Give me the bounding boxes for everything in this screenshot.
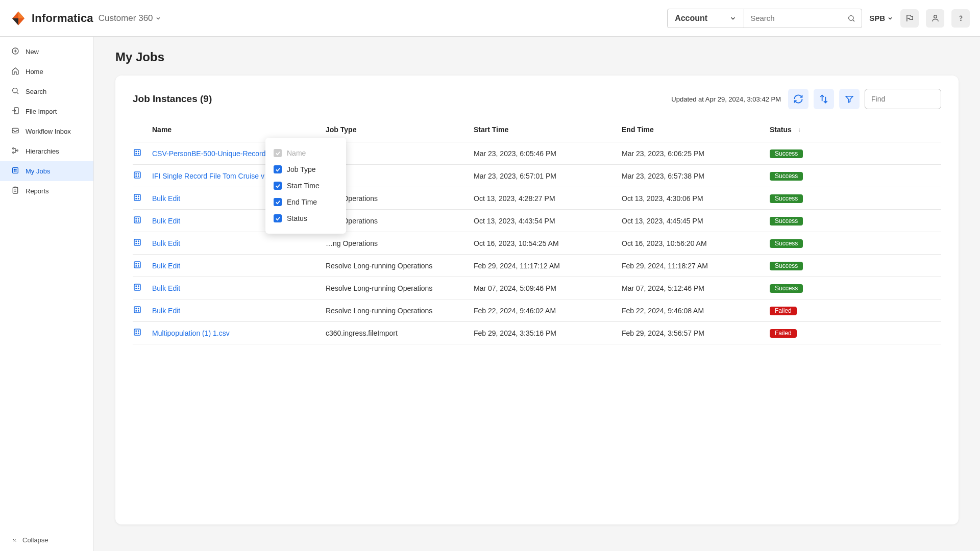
status-badge: Failed (770, 307, 797, 315)
svg-point-44 (136, 241, 137, 242)
checkbox-icon (274, 149, 282, 157)
svg-rect-43 (134, 239, 140, 245)
product-switcher[interactable]: Customer 360 (99, 13, 161, 23)
svg-point-7 (13, 88, 17, 93)
cell-status: Success (770, 261, 941, 270)
refresh-button[interactable] (788, 89, 808, 109)
status-badge: Success (770, 217, 803, 226)
cell-start: Mar 23, 2023, 6:05:46 PM (474, 149, 622, 158)
sidebar-item-workflow[interactable]: Workflow Inbox (0, 121, 93, 141)
cell-end: Feb 29, 2024, 11:18:27 AM (622, 262, 770, 270)
sidebar-item-reports[interactable]: Reports (0, 181, 93, 201)
job-link[interactable]: IFI Single Record File Tom Cruise v… (152, 172, 272, 180)
sidebar-item-new[interactable]: New (0, 42, 93, 62)
cell-status: Success (770, 239, 941, 248)
sidebar-item-home[interactable]: Home (0, 62, 93, 82)
flag-icon (905, 14, 914, 22)
card-tools: Updated at Apr 29, 2024, 3:03:42 PM (671, 89, 941, 109)
svg-point-25 (138, 151, 139, 152)
column-toggle-label: Name (287, 149, 306, 157)
table-row: Bulk Edit…ng OperationsOct 16, 2023, 10:… (133, 232, 941, 255)
column-toggle-end-time[interactable]: End Time (267, 194, 344, 210)
table-row: Bulk EditResolve Long-running Operations… (133, 277, 941, 299)
cell-job-type: Resolve Long-running Operations (326, 307, 474, 315)
svg-point-35 (138, 196, 139, 197)
status-badge: Success (770, 194, 803, 203)
sidebar-item-search[interactable]: Search (0, 82, 93, 102)
sort-button[interactable] (814, 89, 834, 109)
status-badge: Success (770, 239, 803, 248)
cell-end: Oct 13, 2023, 4:45:45 PM (622, 217, 770, 225)
sidebar-item-label: Reports (26, 187, 49, 195)
informatica-logo-icon (10, 10, 27, 27)
cell-end: Oct 13, 2023, 4:30:06 PM (622, 194, 770, 203)
svg-point-55 (138, 286, 139, 287)
search-scope-label: Account (675, 14, 707, 23)
help-button[interactable] (951, 9, 970, 28)
svg-point-41 (136, 221, 137, 222)
person-icon (931, 14, 940, 22)
svg-point-37 (138, 198, 139, 199)
cell-job-type: …port (326, 172, 474, 180)
status-badge: Success (770, 172, 803, 181)
cell-job-type: …ng Operations (326, 194, 474, 203)
job-link[interactable]: Bulk Edit (152, 284, 180, 292)
filter-button[interactable] (839, 89, 860, 109)
col-start-time[interactable]: Start Time (474, 126, 622, 134)
svg-point-30 (138, 173, 139, 174)
cell-end: Mar 23, 2023, 6:57:38 PM (622, 172, 770, 180)
svg-point-18 (16, 171, 16, 171)
sidebar-item-file-import[interactable]: File Import (0, 102, 93, 121)
search-scope-select[interactable]: Account (668, 9, 744, 28)
svg-point-3 (960, 20, 961, 20)
svg-point-0 (849, 15, 853, 20)
col-end-time[interactable]: End Time (622, 126, 770, 134)
svg-point-32 (138, 176, 139, 177)
header-right: Account SPB (667, 9, 970, 28)
cell-name: Multipopulation (1) 1.csv (152, 329, 326, 337)
job-instances-card: Job Instances (9) Updated at Apr 29, 202… (115, 76, 959, 524)
profile-button[interactable] (926, 9, 944, 28)
card-head: Job Instances (9) Updated at Apr 29, 202… (133, 89, 941, 109)
cell-start: Feb 22, 2024, 9:46:02 AM (474, 307, 622, 315)
collapse-sidebar[interactable]: Collapse (0, 529, 93, 551)
job-link[interactable]: Bulk Edit (152, 217, 180, 225)
job-link[interactable]: Bulk Edit (152, 307, 180, 315)
column-toggle-job-type[interactable]: Job Type (267, 161, 344, 178)
search-input[interactable] (750, 14, 847, 22)
svg-point-57 (138, 288, 139, 289)
column-toggle-start-time[interactable]: Start Time (267, 178, 344, 194)
job-link[interactable]: CSV-PersonBE-500-Unique-Record… (152, 149, 273, 158)
user-menu[interactable]: SPB (869, 14, 893, 22)
table-header-row: Name Job Type Start Time End Time Status… (133, 119, 941, 142)
cell-name: Bulk Edit (152, 284, 326, 292)
svg-point-12 (13, 152, 14, 154)
job-link[interactable]: Bulk Edit (152, 262, 180, 270)
svg-rect-33 (134, 194, 140, 201)
svg-rect-28 (134, 172, 140, 178)
help-icon (957, 14, 965, 22)
svg-rect-48 (134, 262, 140, 268)
brand-name: Informatica (32, 12, 93, 25)
find-input[interactable] (865, 89, 941, 109)
jobs-table: Name Job Type Start Time End Time Status… (133, 119, 941, 344)
job-link[interactable]: Multipopulation (1) 1.csv (152, 329, 230, 337)
sidebar-item-label: Hierarchies (26, 147, 59, 155)
job-link[interactable]: Bulk Edit (152, 194, 180, 203)
job-link[interactable]: Bulk Edit (152, 239, 180, 247)
cell-end: Feb 22, 2024, 9:46:08 AM (622, 307, 770, 315)
job-icon (133, 260, 152, 271)
col-status[interactable]: Status ↓ (770, 126, 941, 134)
sidebar-item-my-jobs[interactable]: My Jobs (0, 161, 93, 181)
column-toggle-label: Job Type (287, 165, 316, 173)
col-job-type[interactable]: Job Type (326, 126, 474, 134)
announcements-button[interactable] (900, 9, 919, 28)
status-badge: Success (770, 262, 803, 270)
sidebar-item-hier[interactable]: Hierarchies (0, 141, 93, 161)
cell-status: Success (770, 216, 941, 226)
col-name[interactable]: Name (152, 126, 326, 134)
cell-start: Feb 29, 2024, 11:17:12 AM (474, 262, 622, 270)
column-visibility-popover: NameJob TypeStart TimeEnd TimeStatus (265, 138, 346, 234)
column-toggle-status[interactable]: Status (267, 210, 344, 227)
search-icon[interactable] (847, 13, 855, 23)
